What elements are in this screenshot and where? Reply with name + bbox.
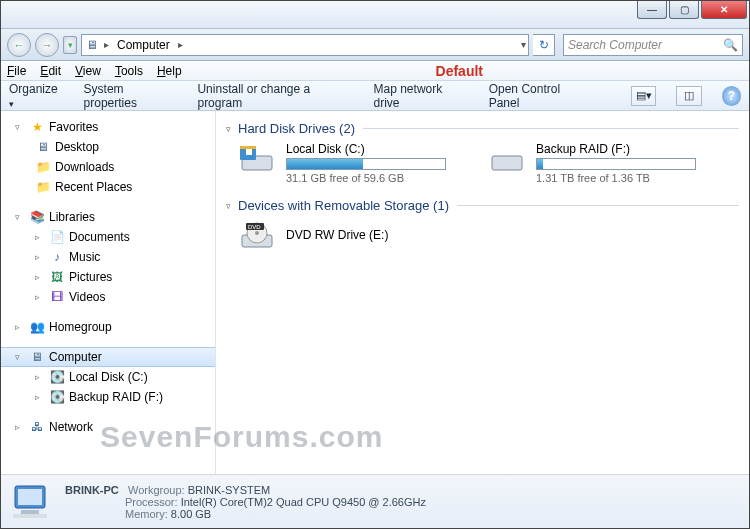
svg-rect-12 xyxy=(21,510,39,514)
sidebar-network[interactable]: ▹🖧Network xyxy=(1,417,215,437)
processor-label: Processor: xyxy=(125,496,178,508)
main-pane: ▿★Favorites 🖥Desktop 📁Downloads 📁Recent … xyxy=(1,111,749,474)
sidebar-favorites[interactable]: ▿★Favorites xyxy=(1,117,215,137)
sidebar-local-disk-c[interactable]: ▹💽Local Disk (C:) xyxy=(1,367,215,387)
collapse-icon[interactable]: ▿ xyxy=(226,201,238,211)
minimize-button[interactable]: — xyxy=(637,1,667,19)
organize-button[interactable]: Organize xyxy=(9,82,64,110)
svg-rect-4 xyxy=(492,156,522,170)
sidebar-videos[interactable]: ▹🎞Videos xyxy=(1,287,215,307)
free-space-text: 1.31 TB free of 1.36 TB xyxy=(536,172,710,184)
forward-button[interactable]: → xyxy=(35,33,59,57)
recent-icon: 📁 xyxy=(35,179,51,195)
help-button[interactable]: ? xyxy=(722,86,741,106)
drive-name: Local Disk (C:) xyxy=(286,142,460,156)
drive-backup-raid-f[interactable]: Backup RAID (F:) 1.31 TB free of 1.36 TB xyxy=(490,142,710,184)
group-removable-storage[interactable]: ▿ Devices with Removable Storage (1) xyxy=(226,198,739,213)
homegroup-icon: 👥 xyxy=(29,319,45,335)
menu-help[interactable]: Help xyxy=(157,64,182,78)
processor-value: Intel(R) Core(TM)2 Quad CPU Q9450 @ 2.66… xyxy=(181,496,426,508)
annotation-default: Default xyxy=(436,63,483,79)
folder-icon: 📁 xyxy=(35,159,51,175)
search-placeholder: Search Computer xyxy=(568,38,662,52)
libraries-icon: 📚 xyxy=(29,209,45,225)
music-icon: ♪ xyxy=(49,249,65,265)
drive-local-disk-c[interactable]: Local Disk (C:) 31.1 GB free of 59.6 GB xyxy=(240,142,460,184)
free-space-text: 31.1 GB free of 59.6 GB xyxy=(286,172,460,184)
title-bar: — ▢ ✕ xyxy=(1,1,749,29)
sidebar-documents[interactable]: ▹📄Documents xyxy=(1,227,215,247)
group-label: Hard Disk Drives (2) xyxy=(238,121,355,136)
back-button[interactable]: ← xyxy=(7,33,31,57)
search-box[interactable]: Search Computer 🔍 xyxy=(563,34,743,56)
usage-bar xyxy=(286,158,446,170)
pictures-icon: 🖼 xyxy=(49,269,65,285)
change-view-button[interactable]: ▤▾ xyxy=(631,86,656,106)
svg-rect-3 xyxy=(246,149,252,155)
refresh-button[interactable]: ↻ xyxy=(533,34,555,56)
map-drive-button[interactable]: Map network drive xyxy=(374,82,469,110)
memory-value: 8.00 GB xyxy=(171,508,211,520)
history-dropdown[interactable]: ▾ xyxy=(63,36,77,54)
usage-bar xyxy=(536,158,696,170)
menu-bar: File Edit View Tools Help Default xyxy=(1,61,749,81)
sidebar-libraries[interactable]: ▿📚Libraries xyxy=(1,207,215,227)
search-icon: 🔍 xyxy=(723,38,738,52)
computer-icon: 🖥 xyxy=(29,349,45,365)
sidebar-homegroup[interactable]: ▹👥Homegroup xyxy=(1,317,215,337)
breadcrumb-computer[interactable]: Computer xyxy=(113,38,174,52)
svg-rect-11 xyxy=(18,489,42,505)
collapse-icon[interactable]: ▿ xyxy=(226,124,238,134)
system-properties-button[interactable]: System properties xyxy=(84,82,178,110)
menu-edit[interactable]: Edit xyxy=(40,64,61,78)
dvd-icon: DVD xyxy=(240,219,278,253)
content-view: ▿ Hard Disk Drives (2) Local Disk (C:) 3… xyxy=(216,111,749,474)
sidebar-recent[interactable]: 📁Recent Places xyxy=(1,177,215,197)
group-line xyxy=(363,128,739,129)
group-hard-disk-drives[interactable]: ▿ Hard Disk Drives (2) xyxy=(226,121,739,136)
explorer-window: — ▢ ✕ ← → ▾ 🖥 ▸ Computer ▸ ▾ ↻ Search Co… xyxy=(0,0,750,529)
svg-rect-2 xyxy=(240,146,256,149)
address-bar[interactable]: 🖥 ▸ Computer ▸ ▾ xyxy=(81,34,529,56)
documents-icon: 📄 xyxy=(49,229,65,245)
drive-icon: 💽 xyxy=(49,369,65,385)
workgroup-label: Workgroup: xyxy=(128,484,185,496)
breadcrumb-sep: ▸ xyxy=(104,39,109,50)
command-bar: Organize System properties Uninstall or … xyxy=(1,81,749,111)
uninstall-button[interactable]: Uninstall or change a program xyxy=(197,82,353,110)
open-control-panel-button[interactable]: Open Control Panel xyxy=(489,82,591,110)
close-button[interactable]: ✕ xyxy=(701,1,747,19)
network-icon: 🖧 xyxy=(29,419,45,435)
preview-pane-button[interactable]: ◫ xyxy=(676,86,701,106)
menu-file[interactable]: File xyxy=(7,64,26,78)
maximize-button[interactable]: ▢ xyxy=(669,1,699,19)
sidebar-desktop[interactable]: 🖥Desktop xyxy=(1,137,215,157)
sidebar-backup-raid-f[interactable]: ▹💽Backup RAID (F:) xyxy=(1,387,215,407)
navigation-tree: ▿★Favorites 🖥Desktop 📁Downloads 📁Recent … xyxy=(1,111,216,474)
sidebar-pictures[interactable]: ▹🖼Pictures xyxy=(1,267,215,287)
breadcrumb-sep[interactable]: ▸ xyxy=(178,39,183,50)
sidebar-downloads[interactable]: 📁Downloads xyxy=(1,157,215,177)
details-pane: BRINK-PC Workgroup: BRINK-SYSTEM Process… xyxy=(1,474,749,528)
workgroup-value: BRINK-SYSTEM xyxy=(188,484,271,496)
menu-view[interactable]: View xyxy=(75,64,101,78)
memory-label: Memory: xyxy=(125,508,168,520)
address-dropdown[interactable]: ▾ xyxy=(521,39,526,50)
sidebar-music[interactable]: ▹♪Music xyxy=(1,247,215,267)
nav-bar: ← → ▾ 🖥 ▸ Computer ▸ ▾ ↻ Search Computer… xyxy=(1,29,749,61)
drive-icon: 💽 xyxy=(49,389,65,405)
computer-name: BRINK-PC xyxy=(65,484,119,496)
computer-icon: 🖥 xyxy=(84,37,100,53)
svg-text:DVD: DVD xyxy=(248,224,261,230)
svg-rect-13 xyxy=(13,514,47,518)
hdd-icon xyxy=(490,142,528,176)
desktop-icon: 🖥 xyxy=(35,139,51,155)
drive-dvd-rw-e[interactable]: DVD DVD RW Drive (E:) xyxy=(240,219,460,253)
computer-large-icon xyxy=(11,482,55,522)
menu-tools[interactable]: Tools xyxy=(115,64,143,78)
group-line xyxy=(457,205,739,206)
drive-name: DVD RW Drive (E:) xyxy=(286,228,388,242)
svg-point-7 xyxy=(255,231,259,235)
sidebar-computer[interactable]: ▿🖥Computer xyxy=(1,347,215,367)
hdd-icon xyxy=(240,142,278,176)
